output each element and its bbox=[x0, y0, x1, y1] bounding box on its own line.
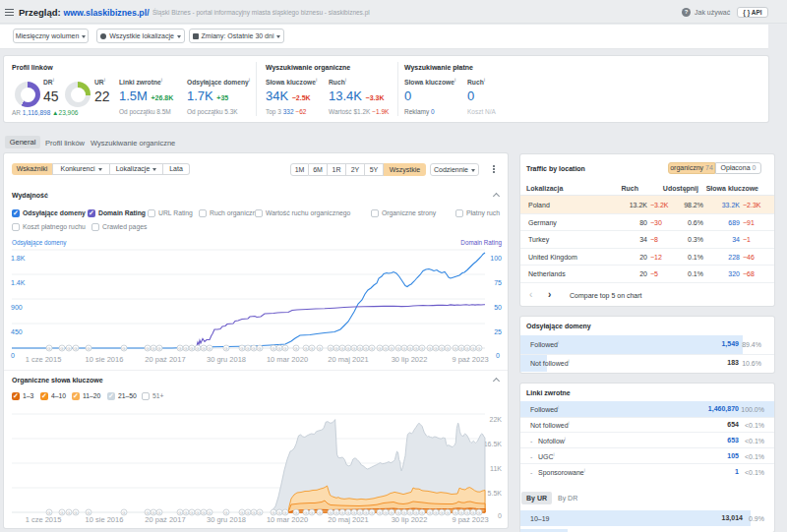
svg-text:G: G bbox=[240, 346, 243, 351]
svg-text:G: G bbox=[87, 510, 90, 515]
svg-text:G: G bbox=[246, 346, 249, 351]
svg-text:30 lip 2022: 30 lip 2022 bbox=[392, 515, 428, 524]
svg-text:G: G bbox=[304, 510, 307, 515]
svg-text:G: G bbox=[283, 510, 286, 515]
svg-text:G: G bbox=[151, 510, 154, 515]
svg-text:1 cze 2015: 1 cze 2015 bbox=[26, 355, 62, 364]
svg-text:0: 0 bbox=[496, 352, 500, 359]
svg-text:G: G bbox=[358, 346, 361, 351]
svg-text:G: G bbox=[146, 346, 149, 351]
svg-text:1.8K: 1.8K bbox=[11, 255, 26, 262]
svg-text:G: G bbox=[414, 510, 417, 515]
svg-text:G: G bbox=[310, 346, 313, 351]
svg-text:G: G bbox=[477, 346, 480, 351]
svg-text:50: 50 bbox=[494, 304, 502, 311]
svg-text:G: G bbox=[408, 346, 411, 351]
svg-text:G: G bbox=[157, 346, 160, 351]
svg-text:G: G bbox=[157, 510, 160, 515]
svg-text:G: G bbox=[202, 346, 205, 351]
svg-text:20 paź 2017: 20 paź 2017 bbox=[145, 515, 185, 524]
svg-text:G: G bbox=[477, 510, 480, 515]
svg-text:G: G bbox=[396, 346, 399, 351]
svg-text:G: G bbox=[304, 346, 307, 351]
svg-text:G: G bbox=[47, 510, 50, 515]
svg-text:20 maj 2021: 20 maj 2021 bbox=[328, 515, 368, 524]
svg-text:G: G bbox=[224, 510, 227, 515]
svg-text:20 maj 2021: 20 maj 2021 bbox=[328, 355, 368, 364]
svg-text:G: G bbox=[340, 346, 343, 351]
svg-text:G: G bbox=[440, 346, 443, 351]
svg-text:G: G bbox=[358, 510, 361, 515]
svg-text:0: 0 bbox=[11, 352, 15, 359]
svg-text:100: 100 bbox=[490, 255, 502, 262]
svg-text:G: G bbox=[277, 510, 280, 515]
svg-text:G: G bbox=[370, 510, 373, 515]
svg-text:G: G bbox=[294, 510, 297, 515]
svg-text:G: G bbox=[60, 510, 63, 515]
svg-text:G: G bbox=[440, 510, 443, 515]
svg-text:20 paź 2017: 20 paź 2017 bbox=[145, 355, 185, 364]
svg-text:G: G bbox=[334, 510, 337, 515]
svg-text:G: G bbox=[184, 346, 187, 351]
svg-text:G: G bbox=[459, 346, 462, 351]
svg-text:G: G bbox=[87, 346, 90, 351]
svg-text:G: G bbox=[446, 510, 449, 515]
svg-text:G: G bbox=[378, 346, 381, 351]
svg-text:G: G bbox=[47, 346, 50, 351]
svg-text:25: 25 bbox=[494, 328, 502, 335]
svg-text:G: G bbox=[208, 510, 211, 515]
svg-text:G: G bbox=[434, 346, 437, 351]
svg-text:G: G bbox=[446, 346, 449, 351]
svg-text:10 sie 2016: 10 sie 2016 bbox=[86, 515, 124, 524]
svg-text:G: G bbox=[74, 346, 77, 351]
svg-text:G: G bbox=[283, 346, 286, 351]
svg-text:G: G bbox=[402, 346, 405, 351]
svg-text:22K: 22K bbox=[490, 416, 503, 423]
svg-text:G: G bbox=[240, 510, 243, 515]
svg-text:G: G bbox=[294, 346, 297, 351]
svg-text:G: G bbox=[390, 346, 393, 351]
svg-text:G: G bbox=[364, 346, 367, 351]
svg-text:G: G bbox=[224, 346, 227, 351]
svg-text:G: G bbox=[346, 510, 349, 515]
svg-text:G: G bbox=[184, 510, 187, 515]
svg-text:G: G bbox=[465, 510, 468, 515]
svg-text:G: G bbox=[454, 346, 456, 351]
svg-text:G: G bbox=[420, 346, 423, 351]
svg-text:G: G bbox=[151, 346, 154, 351]
svg-text:1 cze 2015: 1 cze 2015 bbox=[26, 515, 62, 524]
svg-text:G: G bbox=[352, 510, 355, 515]
svg-text:11K: 11K bbox=[490, 465, 502, 472]
svg-text:G: G bbox=[408, 510, 411, 515]
svg-text:G: G bbox=[378, 510, 381, 515]
svg-text:G: G bbox=[74, 510, 77, 515]
svg-text:9 paź 2023: 9 paź 2023 bbox=[452, 355, 488, 364]
svg-text:G: G bbox=[390, 510, 393, 515]
svg-text:30 gru 2018: 30 gru 2018 bbox=[207, 515, 246, 524]
svg-text:1.4K: 1.4K bbox=[11, 279, 26, 286]
svg-text:10 mar 2020: 10 mar 2020 bbox=[267, 355, 308, 364]
svg-text:30 lip 2022: 30 lip 2022 bbox=[392, 355, 428, 364]
svg-text:G: G bbox=[252, 346, 255, 351]
svg-text:G: G bbox=[122, 346, 125, 351]
svg-text:9 paź 2023: 9 paź 2023 bbox=[452, 515, 488, 524]
svg-text:10 sie 2016: 10 sie 2016 bbox=[86, 355, 124, 364]
svg-text:G: G bbox=[465, 346, 468, 351]
svg-text:G: G bbox=[178, 510, 181, 515]
svg-text:G: G bbox=[272, 510, 274, 515]
svg-text:G: G bbox=[384, 510, 387, 515]
svg-text:G: G bbox=[334, 346, 337, 351]
svg-text:G: G bbox=[318, 510, 321, 515]
svg-text:G: G bbox=[190, 346, 193, 351]
svg-text:G: G bbox=[202, 510, 205, 515]
svg-text:G: G bbox=[246, 510, 249, 515]
svg-text:G: G bbox=[272, 346, 274, 351]
svg-text:G: G bbox=[370, 346, 373, 351]
svg-text:G: G bbox=[196, 346, 199, 351]
svg-text:G: G bbox=[364, 510, 367, 515]
svg-text:10 mar 2020: 10 mar 2020 bbox=[267, 515, 308, 524]
svg-text:G: G bbox=[252, 510, 255, 515]
svg-text:G: G bbox=[277, 346, 280, 351]
svg-text:G: G bbox=[384, 346, 387, 351]
svg-text:G: G bbox=[190, 510, 193, 515]
